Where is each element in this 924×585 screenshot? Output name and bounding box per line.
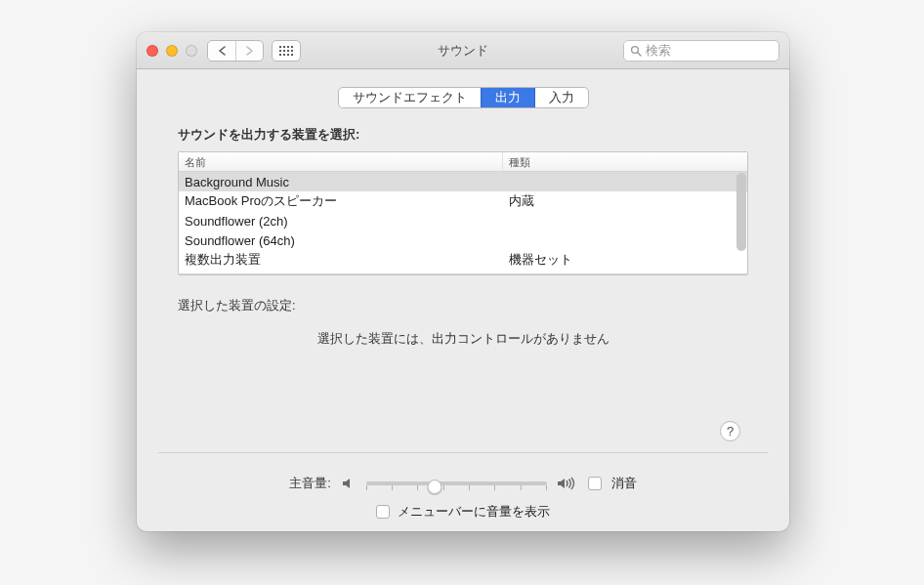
zoom-window-button[interactable] — [186, 45, 197, 57]
table-header: 名前 種類 — [179, 152, 747, 172]
column-header-type[interactable]: 種類 — [503, 152, 747, 171]
mute-label: 消音 — [611, 475, 637, 492]
table-row[interactable]: Background Music — [179, 172, 747, 191]
device-type: 内蔵 — [503, 192, 747, 210]
main-volume-label: 主音量: — [289, 475, 331, 492]
main-volume-row: 主音量: 消音 — [137, 474, 789, 493]
close-window-button[interactable] — [147, 45, 158, 57]
column-header-name[interactable]: 名前 — [179, 152, 503, 171]
minimize-window-button[interactable] — [166, 45, 178, 57]
speaker-high-icon — [557, 476, 578, 491]
selected-device-settings-label: 選択した装置の設定: — [178, 297, 748, 314]
sound-tabs: サウンドエフェクト 出力 入力 — [178, 87, 748, 108]
device-type: 機器セット — [503, 251, 747, 269]
tab-input[interactable]: 入力 — [534, 88, 588, 107]
device-name: Background Music — [179, 175, 503, 189]
table-row[interactable]: 複数出力装置 機器セット — [179, 250, 747, 270]
speaker-low-icon — [341, 477, 357, 490]
search-field[interactable]: 検索 — [623, 40, 779, 62]
window-body: サウンドエフェクト 出力 入力 サウンドを出力する装置を選択: 名前 種類 Ba… — [137, 69, 789, 408]
grid-icon — [279, 46, 293, 56]
show-volume-in-menubar-row: メニューバーに音量を表示 — [137, 503, 789, 521]
table-row[interactable]: Soundflower (2ch) — [179, 211, 747, 230]
forward-button[interactable] — [235, 41, 263, 61]
window-titlebar: サウンド 検索 — [137, 32, 789, 69]
output-device-table: 名前 種類 Background Music MacBook Proのスピーカー… — [178, 151, 748, 275]
show-all-button[interactable] — [272, 40, 301, 62]
mute-checkbox[interactable] — [588, 477, 602, 490]
search-icon — [630, 45, 642, 57]
help-button[interactable]: ? — [720, 421, 740, 441]
sound-preferences-window: サウンド 検索 サウンドエフェクト 出力 入力 サウンドを出力する装置を選択: … — [137, 32, 789, 531]
section-divider — [158, 452, 768, 453]
show-volume-in-menubar-checkbox[interactable] — [376, 505, 390, 519]
nav-back-forward — [207, 40, 264, 62]
tab-sound-effects[interactable]: サウンドエフェクト — [339, 88, 481, 107]
svg-line-1 — [638, 52, 641, 55]
device-name: Soundflower (64ch) — [179, 233, 503, 248]
device-name: 複数出力装置 — [179, 251, 503, 269]
search-placeholder: 検索 — [646, 42, 671, 60]
no-output-controls-text: 選択した装置には、出力コントロールがありません — [178, 330, 748, 348]
traffic-lights — [147, 45, 197, 57]
main-volume-slider[interactable] — [366, 474, 547, 493]
show-volume-in-menubar-label: メニューバーに音量を表示 — [398, 503, 550, 521]
select-device-heading: サウンドを出力する装置を選択: — [178, 126, 748, 144]
device-name: MacBook Proのスピーカー — [179, 192, 503, 210]
tab-output[interactable]: 出力 — [481, 88, 534, 107]
back-button[interactable] — [208, 41, 235, 61]
table-row[interactable]: MacBook Proのスピーカー 内蔵 — [179, 191, 747, 211]
device-name: Soundflower (2ch) — [179, 214, 503, 229]
table-row[interactable]: Soundflower (64ch) — [179, 230, 747, 250]
table-scrollbar[interactable] — [736, 173, 746, 251]
